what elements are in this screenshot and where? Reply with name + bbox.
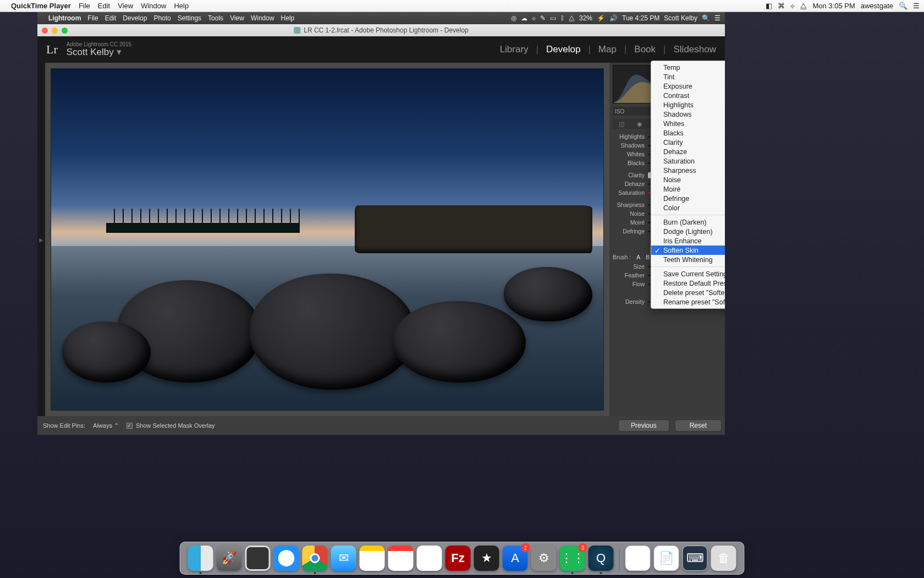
inner-menu-photo[interactable]: Photo bbox=[153, 14, 170, 22]
minimize-icon[interactable] bbox=[52, 28, 58, 34]
close-icon[interactable] bbox=[42, 28, 48, 34]
preset-menu-item[interactable]: Highlights bbox=[651, 100, 725, 110]
preset-menu-item[interactable]: Teeth Whitening bbox=[651, 255, 725, 264]
module-slideshow[interactable]: Slideshow bbox=[674, 44, 717, 55]
inner-clock[interactable]: Tue 4:25 PM bbox=[622, 14, 659, 22]
dock-trash-icon[interactable]: 🗑 bbox=[711, 546, 736, 571]
reset-button[interactable]: Reset bbox=[675, 419, 722, 432]
edit-pins-value[interactable]: Always ⌃ bbox=[93, 422, 119, 429]
inner-wifi-icon[interactable]: ⧋ bbox=[569, 14, 575, 22]
preset-menu-item[interactable]: Saturation bbox=[651, 156, 725, 166]
dock-chrome-icon[interactable] bbox=[302, 546, 328, 571]
host-user[interactable]: awestgate bbox=[861, 2, 893, 10]
host-menu-file[interactable]: File bbox=[79, 2, 90, 10]
module-book[interactable]: Book bbox=[634, 44, 656, 55]
preset-menu-item[interactable]: Color bbox=[651, 203, 725, 212]
brush-b[interactable]: B bbox=[646, 254, 650, 260]
host-clock[interactable]: Mon 3:05 PM bbox=[812, 2, 855, 10]
mask-overlay-toggle[interactable]: ✓Show Selected Mask Overlay bbox=[127, 422, 215, 429]
dock-quicktime-icon[interactable]: Q bbox=[588, 546, 614, 571]
identity-chevron-icon[interactable]: ▾ bbox=[117, 47, 122, 57]
dock-photos-icon[interactable]: ✿ bbox=[417, 546, 442, 571]
inner-user[interactable]: Scott Kelby bbox=[664, 14, 697, 22]
dock-notes-icon[interactable] bbox=[360, 546, 385, 571]
inner-volume-icon[interactable]: 🔊 bbox=[609, 14, 618, 22]
preset-menu-item[interactable]: Dodge (Lighten) bbox=[651, 227, 725, 236]
notifications-icon[interactable]: ◧ bbox=[766, 2, 772, 10]
preset-menu-item[interactable]: Contrast bbox=[651, 91, 725, 100]
preset-menu-item[interactable]: Restore Default Presets bbox=[651, 279, 725, 288]
preset-menu-item[interactable]: Defringe bbox=[651, 194, 725, 203]
host-menu-edit[interactable]: Edit bbox=[98, 2, 110, 10]
notification-center-icon[interactable]: ☰ bbox=[913, 2, 920, 10]
brush-a[interactable]: A bbox=[636, 254, 640, 260]
dock-spotify-icon[interactable]: ⋮⋮3 bbox=[560, 546, 585, 571]
dock-mission-control-icon[interactable] bbox=[245, 546, 271, 571]
photo-canvas[interactable] bbox=[45, 63, 609, 416]
dock-safari-icon[interactable] bbox=[274, 546, 299, 571]
preset-menu-item[interactable]: Blacks bbox=[651, 128, 725, 138]
preset-menu-item[interactable]: Moiré bbox=[651, 184, 725, 194]
menubar-extra-icon[interactable]: ⌘ bbox=[778, 2, 785, 10]
inner-menu-tools[interactable]: Tools bbox=[208, 14, 223, 22]
dock-filezilla-icon[interactable]: Fz bbox=[446, 546, 471, 571]
dock-mail-icon[interactable]: ✉︎ bbox=[331, 546, 356, 571]
dock-settings-icon[interactable]: ⚙ bbox=[531, 546, 557, 571]
preset-menu-item[interactable]: Rename preset "Soften Skin"… bbox=[651, 297, 725, 307]
left-panel-collapsed[interactable]: ▸ bbox=[37, 63, 45, 416]
module-develop[interactable]: Develop bbox=[546, 44, 580, 55]
preset-menu-item[interactable]: Delete preset "Soften Skin"… bbox=[651, 288, 725, 297]
preset-menu-item[interactable]: Noise bbox=[651, 175, 725, 184]
dock-stack-1-icon[interactable]: 🖨 bbox=[625, 546, 651, 571]
preset-menu-item[interactable]: Soften Skin↖ bbox=[651, 246, 725, 255]
host-menu-view[interactable]: View bbox=[118, 2, 133, 10]
spot-tool-icon[interactable]: ◉ bbox=[637, 121, 642, 127]
dock-calendar-icon[interactable]: 28 bbox=[388, 546, 414, 571]
host-app-name[interactable]: QuickTime Player bbox=[11, 2, 71, 10]
inner-spotlight-icon[interactable]: 🔍 bbox=[702, 14, 710, 22]
preset-menu-item[interactable]: Burn (Darken) bbox=[651, 217, 725, 227]
preset-menu-item[interactable]: Temp bbox=[651, 63, 725, 72]
inner-menu-develop[interactable]: Develop bbox=[123, 14, 147, 22]
zoom-icon[interactable] bbox=[62, 28, 68, 34]
inner-notification-icon[interactable]: ☰ bbox=[714, 14, 721, 22]
dropbox-icon[interactable]: ⟐ bbox=[790, 2, 795, 10]
host-menu-help[interactable]: Help bbox=[174, 2, 189, 10]
module-map[interactable]: Map bbox=[598, 44, 617, 55]
inner-status-icon-1[interactable]: ◎ bbox=[511, 14, 516, 22]
preset-menu-item[interactable]: Tint bbox=[651, 72, 725, 81]
preset-menu-item[interactable]: Save Current Settings as New Preset… bbox=[651, 269, 725, 279]
module-library[interactable]: Library bbox=[500, 44, 529, 55]
inner-menu-file[interactable]: File bbox=[87, 14, 98, 22]
dock-finder-icon[interactable] bbox=[188, 546, 213, 571]
spotlight-icon[interactable]: 🔍 bbox=[899, 2, 908, 10]
preset-menu-item[interactable]: Clarity bbox=[651, 138, 725, 147]
inner-display-icon[interactable]: ▭ bbox=[550, 14, 556, 22]
preset-menu-item[interactable]: Exposure bbox=[651, 81, 725, 91]
dock-launchpad-icon[interactable]: 🚀 bbox=[217, 546, 242, 571]
preset-menu-item[interactable]: Dehaze bbox=[651, 147, 725, 156]
inner-status-icon-2[interactable]: ☁ bbox=[521, 14, 527, 22]
inner-menu-view[interactable]: View bbox=[230, 14, 244, 22]
preset-menu-item[interactable]: Shadows bbox=[651, 110, 725, 119]
wifi-icon[interactable]: ⧋ bbox=[800, 2, 807, 10]
inner-menu-edit[interactable]: Edit bbox=[105, 14, 117, 22]
host-menu-window[interactable]: Window bbox=[141, 2, 166, 10]
dock-appstore-icon[interactable]: A1 bbox=[503, 546, 528, 571]
identity-plate[interactable]: Adobe Lightroom CC 2015 Scott Kelby ▾ bbox=[67, 41, 131, 58]
dock-stack-2-icon[interactable]: 📄 bbox=[654, 546, 679, 571]
dock-imovie-icon[interactable]: ★ bbox=[474, 546, 499, 571]
preset-menu-item[interactable]: Whites bbox=[651, 119, 725, 128]
crop-tool-icon[interactable]: ◫ bbox=[619, 121, 624, 127]
inner-app-name[interactable]: Lightroom bbox=[48, 14, 81, 22]
inner-battery-pct[interactable]: 32% bbox=[579, 14, 592, 22]
dock-stack-3-icon[interactable]: ⌨ bbox=[683, 546, 708, 571]
preset-menu-item[interactable]: Iris Enhance bbox=[651, 236, 725, 246]
inner-bluetooth-icon[interactable]: ᛒ bbox=[560, 14, 564, 22]
previous-button[interactable]: Previous bbox=[618, 419, 669, 432]
inner-dropbox-icon[interactable]: ⟐ bbox=[532, 14, 536, 22]
inner-menu-window[interactable]: Window bbox=[251, 14, 274, 22]
inner-menu-settings[interactable]: Settings bbox=[178, 14, 201, 22]
inner-evernote-icon[interactable]: ✎ bbox=[540, 14, 546, 22]
inner-battery-icon[interactable]: ⚡ bbox=[597, 14, 605, 22]
